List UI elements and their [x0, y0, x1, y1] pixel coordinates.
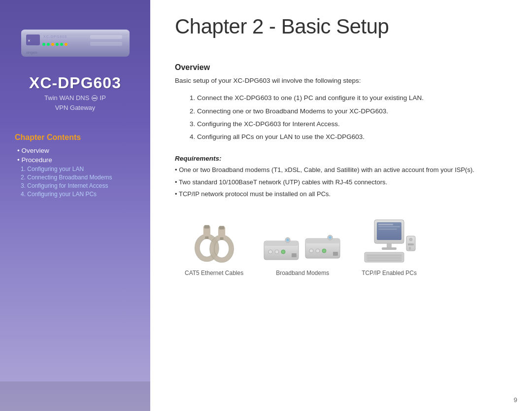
overview-heading: Overview — [175, 63, 507, 72]
svg-rect-44 — [378, 229, 397, 230]
svg-rect-46 — [382, 247, 397, 250]
svg-rect-17 — [204, 225, 209, 228]
circle-minus-icon — [92, 95, 98, 101]
svg-rect-22 — [219, 226, 224, 229]
svg-rect-37 — [333, 252, 338, 256]
svg-rect-43 — [378, 226, 400, 227]
product-subtitle: Twin WAN DNS IP VPN Gateway — [29, 93, 121, 112]
svg-text:XC-DPG603: XC-DPG603 — [43, 35, 67, 38]
title-area: Chapter 2 - Basic Setup — [175, 15, 507, 53]
svg-point-9 — [60, 43, 63, 46]
requirements-label: Requirements — [175, 155, 507, 162]
cables-item: CAT5 Ethernet Cables — [185, 221, 243, 276]
svg-rect-50 — [367, 257, 401, 259]
step-4: 4. Configuring all PCs on your LAN to us… — [190, 132, 507, 142]
step-1: 1. Connect the XC-DPG603 to one (1) PC a… — [190, 93, 507, 103]
svg-point-7 — [51, 43, 54, 46]
modem-svg — [263, 226, 342, 266]
svg-point-39 — [329, 236, 332, 239]
svg-point-36 — [322, 249, 326, 253]
sidebar-item-overview[interactable]: • Overview — [15, 147, 140, 154]
svg-rect-33 — [305, 239, 340, 243]
sidebar-item-configuring-lan-pcs[interactable]: 4. Configuring your LAN PCs — [15, 191, 140, 198]
modems-item: Broadband Modems — [263, 226, 342, 276]
sidebar-item-connecting-modems[interactable]: 2. Connecting Broadband Modems — [15, 174, 140, 181]
main-content: Chapter 2 - Basic Setup Overview Basic s… — [150, 0, 532, 411]
page-number: 9 — [514, 396, 517, 404]
svg-rect-51 — [367, 260, 401, 261]
svg-text:✕: ✕ — [28, 39, 31, 42]
sidebar-item-procedure[interactable]: • Procedure — [15, 156, 140, 164]
svg-point-26 — [268, 250, 272, 254]
devices-row: CAT5 Ethernet Cables — [175, 219, 507, 276]
cables-label: CAT5 Ethernet Cables — [185, 270, 243, 276]
cable-svg — [195, 221, 234, 266]
product-logo: XC-DPG603 Twin WAN DNS IP VPN Gateway — [29, 74, 121, 112]
svg-rect-42 — [378, 224, 393, 225]
svg-text:xingam: xingam — [26, 51, 37, 55]
svg-point-31 — [286, 239, 289, 241]
modems-label: Broadband Modems — [276, 270, 329, 276]
svg-point-53 — [409, 238, 412, 241]
svg-rect-55 — [409, 247, 411, 250]
svg-rect-25 — [264, 241, 299, 246]
steps-list: 1. Connect the XC-DPG603 to one (1) PC a… — [175, 93, 507, 145]
sidebar-item-configuring-internet[interactable]: 3. Configuring for Internet Access — [15, 182, 140, 189]
svg-point-6 — [47, 43, 50, 46]
svg-point-5 — [42, 43, 45, 46]
svg-rect-54 — [408, 243, 414, 245]
device-image: ✕ XC-DPG603 xingam — [11, 10, 139, 69]
chapter-contents-title: Chapter Contents — [15, 133, 140, 142]
req-item-3: TCP/IP network protocol must be installe… — [175, 189, 507, 199]
svg-point-8 — [56, 43, 59, 46]
cables-illustration — [195, 221, 234, 266]
pc-label: TCP/IP Enabled PCs — [362, 270, 417, 276]
sidebar: ✕ XC-DPG603 xingam XC-DPG603 Twin WAN DN… — [0, 0, 150, 411]
step-2: 2. Connecting one or two Broadband Modem… — [190, 106, 507, 116]
svg-point-34 — [309, 249, 313, 253]
req-item-2: Two standard 10/100BaseT network (UTP) c… — [175, 177, 507, 187]
svg-point-28 — [281, 250, 285, 254]
svg-rect-18 — [205, 237, 208, 239]
overview-text: Basic setup of your XC-DPG603 wil involv… — [175, 76, 507, 86]
sidebar-item-configuring-lan[interactable]: 1. Configuring your LAN — [15, 166, 140, 172]
svg-rect-23 — [220, 237, 223, 240]
chapter-title: Chapter 2 - Basic Setup — [175, 15, 507, 38]
svg-point-27 — [275, 250, 279, 254]
svg-rect-12 — [90, 42, 122, 46]
svg-rect-49 — [367, 255, 401, 256]
pc-item: TCP/IP Enabled PCs — [362, 219, 417, 276]
model-name: XC-DPG603 — [29, 74, 121, 92]
modems-illustration — [263, 226, 342, 266]
req-item-1: One or two Broadband modems (T1, xDSL, C… — [175, 165, 507, 175]
chapter-contents: Chapter Contents • Overview • Procedure … — [0, 122, 150, 209]
svg-point-35 — [316, 249, 320, 253]
pc-svg — [362, 219, 416, 266]
svg-point-10 — [65, 43, 67, 46]
step-3: 3. Configuring the XC-DPG603 for Interen… — [190, 119, 507, 129]
svg-rect-29 — [292, 253, 297, 257]
sidebar-footer — [0, 381, 150, 411]
requirements-section: Requirements One or two Broadband modems… — [175, 155, 507, 202]
svg-rect-11 — [90, 35, 122, 39]
